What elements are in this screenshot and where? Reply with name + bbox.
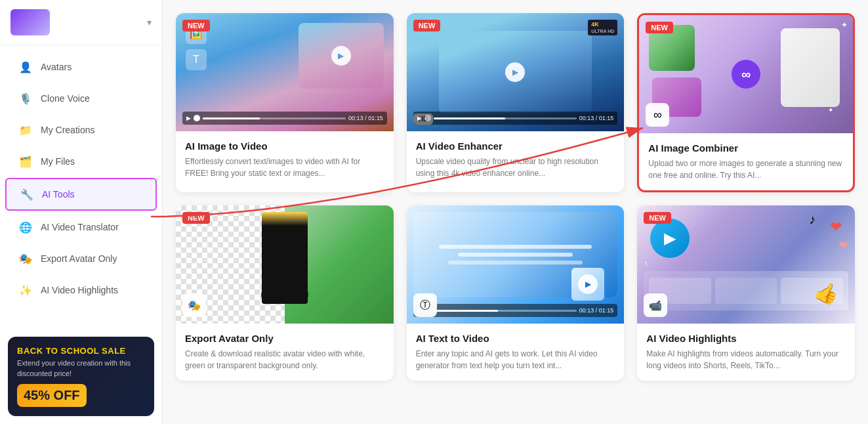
- arrow-up-icon: ↑: [643, 258, 650, 269]
- main-content: ✦ 🖼️ T ▶ ▶ 00:13 / 01:15 NEW: [163, 0, 868, 424]
- combine-icon: ∞: [732, 60, 760, 89]
- play-icon-small: ▶: [186, 115, 191, 121]
- sidebar-item-label: My Files: [41, 156, 75, 167]
- files-icon: 🗂️: [18, 154, 33, 169]
- sidebar-item-my-creations[interactable]: 📁 My Creations: [5, 115, 157, 145]
- card-ai-image-combiner[interactable]: ∞ ✦ ✦ NEW ∞ AI Image Combiner Upload two…: [637, 13, 855, 192]
- new-badge: NEW: [182, 212, 210, 224]
- scrubber: [424, 115, 431, 121]
- chevron-down-icon[interactable]: ▾: [147, 17, 152, 28]
- floating-element: ▶: [571, 268, 604, 301]
- new-badge: NEW: [646, 22, 673, 33]
- sidebar-item-export-avatar-only[interactable]: 🎭 Export Avatar Only: [5, 244, 157, 274]
- card-body: Export Avatar Only Create & download rea…: [176, 324, 394, 381]
- card-description: Effortlessly convert text/images to vide…: [185, 156, 384, 179]
- card-ai-text-to-video[interactable]: ▶ ▶ 00:13 / 01:15 Ⓣ AI Text to Video Ent…: [407, 205, 625, 381]
- heart-icon: ❤: [830, 219, 842, 236]
- avatar-figure: [262, 212, 308, 304]
- promo-description: Extend your video creation with this dis…: [17, 358, 145, 379]
- sidebar-item-label: My Creations: [41, 125, 94, 135]
- video-progress-bar: ▶ 00:13 / 01:15: [182, 112, 387, 125]
- sidebar-item-label: Export Avatar Only: [41, 253, 117, 264]
- card-title: AI Image Combiner: [648, 142, 844, 154]
- card-thumbnail: NEW 🎭: [176, 205, 394, 324]
- play-button-icon: ▶: [578, 274, 598, 294]
- card-description: Upscale video quality from unclear to hi…: [416, 156, 615, 179]
- new-badge: NEW: [413, 20, 441, 32]
- promo-banner[interactable]: BACK TO SCHOOL SALE Extend your video cr…: [8, 337, 154, 416]
- video-preview: ▶: [299, 23, 384, 89]
- card-export-avatar-only[interactable]: NEW 🎭 Export Avatar Only Create & downlo…: [176, 205, 394, 381]
- music-icon: ♪: [809, 212, 816, 227]
- card-body: AI Image Combiner Upload two or more ima…: [639, 133, 853, 190]
- sparkle-top-right: ✦: [841, 20, 848, 30]
- progress-bar: [434, 310, 577, 312]
- card-title: AI Video Highlights: [646, 333, 846, 344]
- text-line-1: [439, 245, 592, 249]
- card-description: Make AI highlights from videos automatic…: [646, 348, 846, 371]
- film-frame-2: [715, 278, 777, 304]
- video-bar: ▶ 00:13 / 01:15: [413, 304, 618, 317]
- card-thumbnail: ▶ ▶ 00:13 / 01:15 Ⓣ: [407, 205, 625, 324]
- card-body: AI Text to Video Enter any topic and AI …: [407, 324, 625, 381]
- card-thumbnail: ∞ ✦ ✦ NEW ∞: [639, 15, 853, 133]
- play-button-icon: ▶: [505, 62, 525, 82]
- card-thumbnail: ▶ ♪ ❤ ❤ 👍 ↑ NEW 📹: [637, 205, 855, 324]
- sidebar-item-label: AI Video Highlights: [41, 285, 118, 295]
- card-thumbnail: ✦ 🖼️ T ▶ ▶ 00:13 / 01:15 NEW: [176, 13, 394, 131]
- sidebar-item-label: AI Tools: [42, 189, 75, 200]
- progress-bar: [434, 117, 577, 119]
- card-ai-video-highlights[interactable]: ▶ ♪ ❤ ❤ 👍 ↑ NEW 📹 AI Video Highlights: [637, 205, 855, 381]
- highlights-icon: ✨: [18, 283, 33, 297]
- microphone-icon: 🎙️: [18, 91, 33, 106]
- text-icon: T: [186, 49, 207, 70]
- time-display: 00:13 / 01:15: [348, 115, 383, 121]
- sidebar-item-label: AI Video Translator: [41, 222, 119, 232]
- brand-logo: [10, 9, 50, 35]
- export-icon: 🎭: [18, 251, 33, 266]
- tool-icon: ∞: [646, 103, 669, 127]
- card-title: AI Video Enhancer: [416, 140, 615, 152]
- sidebar-item-label: Clone Voice: [41, 93, 90, 104]
- time-display: 00:13 / 01:15: [579, 115, 614, 121]
- rotate-icon: [194, 115, 200, 121]
- new-badge: NEW: [182, 20, 210, 32]
- card-body: AI Video Enhancer Upscale video quality …: [407, 131, 625, 188]
- sidebar-item-my-files[interactable]: 🗂️ My Files: [5, 146, 157, 177]
- card-title: AI Image to Video: [185, 140, 384, 152]
- sidebar-item-clone-voice[interactable]: 🎙️ Clone Voice: [5, 83, 157, 114]
- text-preview: ▶: [413, 212, 618, 297]
- card-ai-image-to-video[interactable]: ✦ 🖼️ T ▶ ▶ 00:13 / 01:15 NEW: [176, 13, 394, 192]
- progress-bar: [203, 117, 346, 119]
- 4k-badge: 4KULTRA HD: [588, 20, 617, 35]
- card-title: AI Text to Video: [416, 333, 615, 344]
- play-icon: ▶: [417, 115, 422, 121]
- highlights-tool-icon: 📹: [644, 293, 667, 317]
- text-line-3: [448, 261, 582, 265]
- folder-icon: 📁: [18, 123, 33, 137]
- card-thumbnail: ↩ 4KULTRA HD ▶ HD ▶ 00:13 / 01:15 NEW: [407, 13, 625, 131]
- play-circle: ▶: [650, 219, 690, 258]
- thumbnail-content: ▶ ▶ 00:13 / 01:15: [407, 205, 625, 324]
- sidebar-nav: 👤 Avatars 🎙️ Clone Voice 📁 My Creations …: [0, 45, 162, 331]
- card-description: Create & download realistic avatar video…: [185, 348, 384, 371]
- card-body: AI Video Highlights Make AI highlights f…: [637, 324, 855, 381]
- sidebar-item-avatars[interactable]: 👤 Avatars: [5, 52, 157, 82]
- text-tool-icon: Ⓣ: [413, 293, 437, 317]
- sidebar: ▾ 👤 Avatars 🎙️ Clone Voice 📁 My Creation…: [0, 0, 163, 424]
- sidebar-item-ai-video-translator[interactable]: 🌐 AI Video Translator: [5, 212, 157, 242]
- card-ai-video-enhancer[interactable]: ↩ 4KULTRA HD ▶ HD ▶ 00:13 / 01:15 NEW: [407, 13, 625, 192]
- sidebar-header: ▾: [0, 0, 162, 45]
- tools-grid: ✦ 🖼️ T ▶ ▶ 00:13 / 01:15 NEW: [176, 13, 855, 381]
- translate-icon: 🌐: [18, 220, 33, 234]
- video-progress-bar: ▶ 00:13 / 01:15: [413, 112, 618, 125]
- sidebar-item-ai-video-highlights[interactable]: ✨ AI Video Highlights: [5, 275, 157, 305]
- sidebar-item-ai-tools[interactable]: 🔧 AI Tools: [5, 178, 157, 211]
- text-line-2: [458, 253, 573, 257]
- time-display: 00:13 / 01:15: [579, 307, 614, 314]
- card-title: Export Avatar Only: [185, 333, 384, 344]
- tools-icon: 🔧: [20, 187, 34, 201]
- promo-title: BACK TO SCHOOL SALE: [17, 346, 145, 356]
- video-content: ▶: [439, 31, 591, 114]
- card-description: Enter any topic and AI gets to work. Let…: [416, 348, 615, 371]
